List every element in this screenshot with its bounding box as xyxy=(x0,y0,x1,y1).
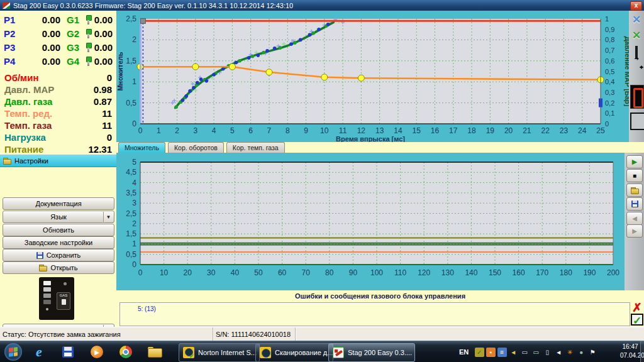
svg-text:80: 80 xyxy=(325,268,334,277)
volume-gold-tray-icon[interactable]: ◄ xyxy=(509,348,518,357)
confirm-errors-icon[interactable]: ✓ xyxy=(631,314,643,326)
param-value: 11 xyxy=(102,108,112,119)
title-bar[interactable]: Stag 200 Easy 0.3.0.6233 Firmware: Stag … xyxy=(0,0,644,11)
svg-text:0,8: 0,8 xyxy=(605,36,614,43)
file-explorer-icon[interactable] xyxy=(147,344,162,359)
tray-icons: ✓▪≡◄▭▭▯◄✳●⚑ xyxy=(474,348,598,357)
petrol-injector-label: P3 xyxy=(4,42,21,53)
task-scan[interactable]: Сканирование д... xyxy=(255,343,333,362)
errors-message-box[interactable]: 5: (13) xyxy=(119,302,630,326)
param-row-gas-temp: Темп. газа 11 xyxy=(0,119,116,131)
start-button[interactable] xyxy=(4,343,22,361)
svg-text:4: 4 xyxy=(212,126,216,135)
documentation-button[interactable]: Документация xyxy=(3,197,114,210)
svg-text:14: 14 xyxy=(394,126,402,135)
status-bar: Статус: Отсутствие замка зажигания S/N: … xyxy=(0,327,644,341)
stop-button[interactable]: ■ xyxy=(626,169,643,182)
param-label: Темп. газа xyxy=(4,120,102,131)
page-rotate-icon[interactable] xyxy=(630,47,643,60)
factory-settings-button[interactable]: Заводские настройки xyxy=(3,236,114,249)
updates-tray-icon[interactable]: ✳ xyxy=(565,348,575,357)
param-value: 0.87 xyxy=(94,96,112,107)
gas-injector-label: G3 xyxy=(67,42,86,53)
chrome-icon[interactable] xyxy=(118,344,133,359)
svg-text:0,3: 0,3 xyxy=(605,89,614,96)
clear-green-points-icon[interactable]: ✕ xyxy=(630,30,643,42)
svg-text:1: 1 xyxy=(605,15,609,23)
param-value: 11 xyxy=(102,120,112,131)
language-indicator[interactable]: EN xyxy=(459,348,469,356)
svg-text:16: 16 xyxy=(431,126,440,135)
svg-text:Давление MAP [Бар]: Давление MAP [Бар] xyxy=(624,36,629,107)
media-player-icon[interactable]: ▶ xyxy=(89,344,104,359)
language-button[interactable]: Язык ▼ xyxy=(3,211,114,223)
battery-tray-icon[interactable]: ▯ xyxy=(543,348,552,357)
oscilloscope-chart[interactable]: 0102030405060708090100110120130140150160… xyxy=(116,153,625,290)
gas-switch-image: GAS xyxy=(39,277,74,320)
param-row-load: Нагрузка 0 xyxy=(0,131,116,143)
display-tray-icon[interactable]: ▭ xyxy=(520,348,530,357)
task-stag[interactable]: Stag 200 Easy 0.3.... xyxy=(328,343,415,362)
open-button[interactable]: Открыть xyxy=(3,261,114,274)
scheduler-tray-icon[interactable]: ✓ xyxy=(475,348,484,357)
svg-text:Множитель: Множитель xyxy=(116,52,124,90)
svg-text:17: 17 xyxy=(449,126,458,135)
tab-label: Множитель xyxy=(125,144,159,151)
multiplier-chart[interactable]: 0123456789101112131415161718192021222324… xyxy=(116,11,629,142)
app-orange-tray-icon[interactable]: ▪ xyxy=(486,348,496,357)
svg-text:0,5: 0,5 xyxy=(605,68,614,75)
seven-segment-display-icon[interactable] xyxy=(630,85,644,109)
empty-indicator-icon[interactable] xyxy=(630,112,644,130)
svg-text:70: 70 xyxy=(302,268,311,277)
save-button[interactable]: Сохранить xyxy=(3,249,114,261)
prev-button[interactable]: ◀ xyxy=(626,212,643,225)
save-record-button[interactable] xyxy=(626,197,643,211)
gas-button-label: GAS xyxy=(60,293,68,297)
injector-icon xyxy=(86,57,91,66)
open-record-button[interactable] xyxy=(626,184,643,197)
param-row-reducer-temp: Темп. ред. 11 xyxy=(0,107,116,119)
svg-text:190: 190 xyxy=(583,268,596,277)
chevron-down-icon[interactable]: ▼ xyxy=(103,212,113,222)
svg-text:1,5: 1,5 xyxy=(126,57,136,65)
close-button[interactable]: x xyxy=(630,1,642,11)
injector-icon xyxy=(86,43,91,52)
play-button[interactable]: ▶ xyxy=(626,155,643,168)
svg-text:0,5: 0,5 xyxy=(126,99,136,107)
language-app-tray-icon[interactable]: ≡ xyxy=(497,348,507,357)
param-label: Нагрузка xyxy=(4,132,107,143)
svg-text:3: 3 xyxy=(193,126,197,135)
show-desktop-button[interactable] xyxy=(640,341,644,362)
svg-text:13: 13 xyxy=(375,126,384,135)
settings-section-header[interactable]: Настройки xyxy=(0,155,119,167)
volume-tray-icon[interactable]: ◄ xyxy=(554,348,564,357)
svg-text:Время впрыска [мс]: Время впрыска [мс] xyxy=(336,135,405,142)
tab-multiplier[interactable]: Множитель xyxy=(118,142,165,153)
fit-scale-icon[interactable] xyxy=(630,67,643,80)
action-center-tray-icon[interactable]: ⚑ xyxy=(588,348,597,357)
clear-errors-icon[interactable]: ✗ xyxy=(631,302,643,314)
next-button[interactable]: ▶ xyxy=(626,224,643,238)
injector-row: P4 0.00 G4 0.00 xyxy=(0,54,116,68)
param-value: 0 xyxy=(107,72,112,83)
svg-text:2,5: 2,5 xyxy=(126,14,136,23)
svg-text:170: 170 xyxy=(536,268,548,277)
clear-blue-points-icon[interactable]: ✕ xyxy=(630,14,643,26)
taskbar-clock[interactable]: 16:47 07.04.2015 xyxy=(620,343,640,360)
svg-text:200: 200 xyxy=(607,268,619,277)
task-label: Stag 200 Easy 0.3.... xyxy=(348,349,412,356)
svg-text:0,1: 0,1 xyxy=(605,109,614,117)
injector-row: P2 0.00 G2 0.00 xyxy=(0,26,116,40)
network-tray-icon[interactable]: ▭ xyxy=(531,348,541,357)
svg-text:0,2: 0,2 xyxy=(605,99,614,107)
internet-explorer-icon[interactable]: e xyxy=(31,344,47,359)
task-norton[interactable]: Norton Internet S... xyxy=(179,343,260,362)
backup-program-icon[interactable] xyxy=(60,344,75,359)
svg-text:0,9: 0,9 xyxy=(605,26,614,33)
remove-device-tray-icon[interactable]: ● xyxy=(577,348,586,357)
param-label: Давл. газа xyxy=(4,96,94,107)
tab-gas-temp-correction[interactable]: Кор. темп. газа xyxy=(226,142,285,153)
update-button[interactable]: Обновить xyxy=(3,224,114,236)
tab-rpm-correction[interactable]: Кор. оборотов xyxy=(168,142,224,153)
svg-text:21: 21 xyxy=(523,126,531,135)
